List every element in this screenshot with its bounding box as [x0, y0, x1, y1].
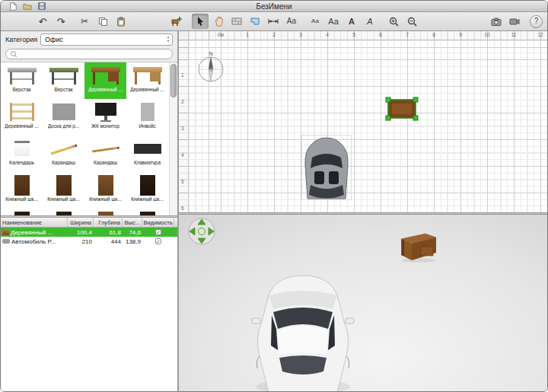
zoom-in-button[interactable] — [385, 14, 402, 29]
video-button[interactable] — [506, 14, 523, 29]
toolbar-group — [385, 14, 420, 29]
visibility-checkbox[interactable]: ✓ — [155, 238, 161, 244]
keyboard-thumbnail — [131, 138, 164, 159]
catalog-item[interactable]: Деревянный ... — [126, 62, 168, 99]
catalog-item[interactable]: Деревянный ... — [84, 62, 126, 99]
plan-car[interactable] — [301, 135, 352, 200]
italic-button[interactable]: A — [362, 14, 378, 29]
ruler-number: 1 — [181, 72, 184, 78]
catalog-item-label: Клавиатура — [134, 160, 161, 165]
help-button[interactable]: ? — [530, 15, 543, 28]
column-header[interactable]: Глубина — [94, 218, 123, 227]
column-header[interactable]: Видимость — [142, 218, 174, 227]
table-row[interactable]: Деревянный ...100,461,874,6✓ — [1, 228, 177, 237]
undo-button[interactable]: ↶ — [34, 14, 51, 29]
increase-text-size-button[interactable]: Аа — [325, 14, 342, 29]
catalog-item-label: Книжный шк... — [89, 196, 122, 202]
plan-canvas[interactable]: N — [189, 40, 547, 212]
compass[interactable]: N — [194, 49, 228, 84]
catalog-item-label: Книжный шк... — [5, 196, 38, 202]
ruler-corner — [179, 31, 189, 40]
category-select[interactable]: Офис ▲▼ — [40, 33, 173, 46]
3d-car[interactable] — [246, 265, 360, 392]
new-document-icon[interactable] — [8, 2, 18, 11]
catalog-item[interactable]: Книжный шк... — [126, 172, 168, 209]
pan-button[interactable] — [210, 14, 227, 29]
ruler-number: 0м — [218, 32, 224, 37]
catalog-item[interactable]: Книжный шк... — [1, 172, 43, 209]
right-area: 0м123456789101112 123456 N — [179, 31, 547, 392]
bookcase-dark-thumbnail — [47, 211, 81, 215]
furniture-list-rows: Деревянный ...100,461,874,6✓Автомобиль Р… — [1, 228, 177, 246]
table-row[interactable]: Автомобиль Р...210444138,9✓ — [1, 237, 177, 246]
decrease-text-size-button[interactable]: Аа — [307, 14, 323, 29]
catalog-item[interactable]: Верстак — [1, 62, 43, 99]
create-walls-button[interactable] — [228, 14, 245, 29]
catalog-item[interactable]: Книжный шк... — [84, 172, 126, 209]
scrollbar-thumb[interactable] — [170, 64, 177, 97]
catalog-item[interactable]: Деревянный ... — [1, 99, 43, 135]
row-height-cell: 138,9 — [123, 238, 142, 245]
catalog-item[interactable]: Карандаш — [84, 135, 126, 172]
plan-view[interactable]: 0м123456789101112 123456 N — [179, 31, 547, 212]
create-rooms-button[interactable] — [247, 14, 263, 29]
toolbar-group — [168, 14, 185, 29]
catalog-item[interactable]: Доска для р... — [43, 99, 84, 135]
search-field[interactable] — [5, 49, 173, 59]
search-icon — [11, 51, 17, 57]
catalog-item[interactable]: Карандаш — [43, 135, 84, 172]
visibility-checkbox[interactable]: ✓ — [155, 229, 161, 235]
search-row — [1, 47, 177, 62]
add-furniture-button[interactable] — [168, 14, 185, 29]
catalog-item[interactable] — [1, 209, 43, 215]
select-button[interactable] — [192, 14, 209, 29]
catalog-item[interactable]: Клавиатура — [126, 135, 168, 172]
open-icon[interactable] — [22, 2, 33, 11]
catalog-item-label: Верстак — [54, 87, 72, 92]
bookcase-dark-thumbnail — [5, 211, 39, 215]
ruler-number: 2 — [272, 32, 276, 37]
furniture-catalog: ВерстакВерстакДеревянный ...Деревянный .… — [1, 62, 177, 215]
toolbar-group: ? — [530, 15, 543, 28]
app-window: БезИмени ↶↷✂АаАаАаAA? Категория Офис ▲▼ … — [0, 0, 548, 392]
cut-button[interactable]: ✂ — [76, 14, 93, 29]
catalog-item[interactable]: Книжный шк... — [43, 172, 84, 209]
create-dimensions-button[interactable] — [265, 14, 282, 29]
toolbar-group — [488, 14, 523, 29]
zoom-out-button[interactable] — [403, 14, 420, 29]
catalog-scrollbar[interactable] — [169, 62, 177, 215]
catalog-item[interactable]: Инвойс — [126, 99, 168, 135]
paste-button[interactable] — [113, 14, 129, 29]
add-text-button[interactable]: Аа — [283, 14, 300, 29]
ruler-number: 6 — [181, 206, 184, 211]
titlebar: БезИмени — [1, 1, 547, 12]
save-icon[interactable] — [37, 2, 47, 11]
view-3d[interactable] — [179, 215, 547, 392]
bookcase-thumbnail — [47, 174, 81, 196]
catalog-item-label: Деревянный ... — [5, 123, 39, 129]
row-name-cell: Деревянный ... — [1, 229, 68, 236]
3d-navigation-control[interactable] — [185, 216, 218, 247]
photo-button[interactable] — [488, 14, 505, 29]
catalog-item[interactable] — [84, 209, 126, 215]
vertical-ruler: 123456 — [179, 40, 189, 212]
column-header[interactable]: Ширина — [68, 218, 94, 227]
catalog-item[interactable] — [126, 209, 168, 215]
bold-button[interactable]: A — [343, 14, 360, 29]
catalog-item-label: Верстак — [12, 87, 30, 92]
plan-desk-selected[interactable] — [384, 95, 420, 123]
row-name-cell: Автомобиль Р... — [1, 238, 68, 245]
copy-button[interactable] — [94, 14, 111, 29]
toolbar-group: ✂ — [76, 14, 129, 29]
catalog-item[interactable] — [43, 209, 84, 215]
catalog-item[interactable]: Верстак — [43, 62, 84, 99]
redo-button[interactable]: ↷ — [53, 14, 69, 29]
column-header[interactable]: Выс... — [123, 218, 142, 227]
column-header[interactable]: Наименование — [1, 218, 68, 227]
catalog-item[interactable]: Календарь — [1, 135, 43, 172]
catalog-item-label: Деревянный ... — [130, 87, 164, 92]
3d-desk[interactable] — [398, 230, 438, 263]
catalog-item[interactable]: ЖК монитор — [84, 99, 126, 135]
search-input[interactable] — [20, 51, 167, 58]
workbench-thumbnail — [5, 65, 39, 86]
